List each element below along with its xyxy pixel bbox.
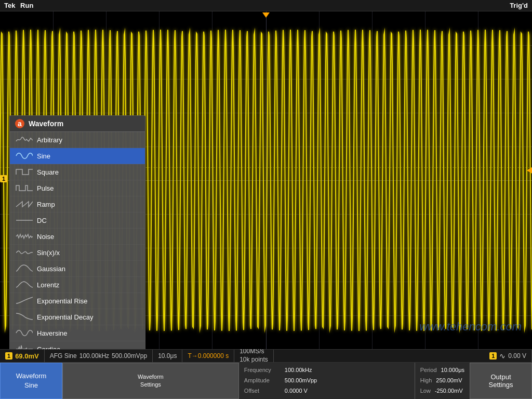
waveform-icon-sinc [15, 247, 33, 258]
time-segment: 10.0μs [153, 350, 182, 362]
menu-item-label-square: Square [37, 168, 59, 176]
menu-item-label-gaussian: Gaussian [37, 265, 65, 273]
waveform-icon-dc [15, 215, 33, 226]
freq-value: 100.00kHz [285, 365, 312, 376]
menu-item-square[interactable]: Square [10, 164, 145, 180]
waveform-icon-gaussian [15, 263, 33, 274]
waveform-menu-panel: a Waveform ArbitrarySineSquarePulseRampD… [9, 115, 145, 349]
low-label: Low [420, 386, 431, 396]
waveform-btn-line2: Sine [24, 381, 38, 390]
menu-item-label-cardiac: Cardiac [37, 345, 60, 350]
ch1-right-badge: 1 [489, 352, 497, 360]
trigger-time-segment: T→0.000000 s [182, 350, 234, 362]
menu-item-gaussian[interactable]: Gaussian [10, 261, 145, 277]
menu-item-label-sine: Sine [37, 152, 50, 160]
waveform-icon-exp_rise [15, 295, 33, 307]
low-value: -250.00mV [435, 386, 463, 396]
waveform-menu-title: Waveform [29, 119, 63, 128]
waveform-sine-button[interactable]: Waveform Sine [0, 363, 62, 399]
waveform-icon-square [15, 166, 33, 178]
amp-value: 500.00mVpp [285, 376, 317, 386]
brand-run: Tek Run [4, 2, 33, 9]
output-line2: Settings [489, 381, 513, 389]
menu-item-label-noise: Noise [37, 233, 54, 241]
afg-amp: 500.00mVpp [112, 352, 147, 360]
menu-item-exp_decay[interactable]: Exponential Decay [10, 309, 145, 325]
status-bar: 1 69.0mV AFG Sine 100.00kHz 500.00mVpp 1… [0, 349, 532, 363]
trigger-level-marker [527, 167, 532, 174]
menu-item-arbitrary[interactable]: Arbitrary [10, 132, 145, 148]
trigger-time: T→0.000000 s [188, 352, 229, 360]
menu-item-noise[interactable]: Noise [10, 229, 145, 245]
offset-value: 0.0000 V [285, 386, 308, 396]
period-label: Period [420, 365, 437, 376]
waveform-menu-items: ArbitrarySineSquarePulseRampDCNoiseSin(x… [10, 132, 145, 349]
trigger-arrow-top [262, 12, 270, 18]
amp-label: Amplitude [244, 376, 281, 386]
menu-item-label-arbitrary: Arbitrary [37, 136, 62, 144]
menu-item-label-exp_rise: Exponential Rise [37, 297, 88, 305]
offset-row: Offset 0.0000 V [244, 386, 409, 396]
waveform-icon-ramp [15, 198, 33, 210]
run-status: Run [20, 2, 33, 9]
menu-item-label-sinc: Sin(x)/x [37, 249, 60, 257]
high-label: High [420, 376, 432, 386]
output-line1: Output [490, 373, 511, 381]
waveform-settings-button[interactable]: Waveform Settings [62, 363, 239, 399]
ch1-voltage: 69.0mV [15, 352, 39, 360]
ch1-right-value: 0.00 V [508, 352, 526, 360]
menu-item-cardiac[interactable]: Cardiac [10, 341, 145, 349]
time-div: 10.0μs [158, 352, 177, 360]
sine-wave-icon: ∿ [499, 352, 506, 360]
menu-item-ramp[interactable]: Ramp [10, 196, 145, 212]
menu-item-dc[interactable]: DC [10, 212, 145, 229]
afg-params: Frequency 100.00kHz Amplitude 500.00mVpp… [239, 363, 415, 399]
afg-segment: AFG Sine 100.00kHz 500.00mVpp [45, 350, 153, 362]
brand-label: Tek [4, 2, 15, 9]
ch1-voltage-segment: 1 69.0mV [0, 350, 45, 362]
waveform-icon-noise [15, 231, 33, 242]
menu-item-pulse[interactable]: Pulse [10, 180, 145, 196]
amp-row: Amplitude 500.00mVpp [244, 376, 409, 386]
waveform-icon-haversine [15, 327, 33, 339]
period-value: 10.000μs [441, 365, 464, 376]
waveform-icon-arbitrary [15, 134, 33, 145]
waveform-icon-sine [15, 150, 33, 162]
waveform-icon-cardiac [15, 343, 33, 349]
waveform-header-icon: a [15, 119, 24, 128]
oscilloscope-screen: 1 a Waveform ArbitrarySineSquarePulseRam… [0, 11, 532, 349]
menu-item-sine[interactable]: Sine [10, 148, 145, 164]
period-section: Period 10.000μs High 250.00mV Low -250.0… [415, 363, 470, 399]
top-bar: Tek Run Trig'd [0, 0, 532, 11]
output-settings-button[interactable]: Output Settings [470, 363, 532, 399]
waveform-menu-header: a Waveform [10, 116, 145, 132]
menu-item-lorentz[interactable]: Lorentz [10, 277, 145, 293]
trig-status: Trig'd [510, 2, 528, 9]
menu-item-sinc[interactable]: Sin(x)/x [10, 245, 145, 261]
menu-item-label-dc: DC [37, 217, 47, 224]
waveform-icon-pulse [15, 182, 33, 194]
ch1-badge: 1 [5, 352, 12, 360]
low-row: Low -250.00mV [420, 386, 464, 396]
waveform-icon-exp_decay [15, 311, 33, 323]
menu-item-label-haversine: Haversine [37, 329, 68, 337]
waveform-settings-line1: Waveform [138, 373, 164, 381]
period-row: Period 10.000μs [420, 365, 464, 376]
offset-label: Offset [244, 386, 281, 396]
bottom-toolbar: Waveform Sine Waveform Settings Frequenc… [0, 363, 532, 399]
high-value: 250.00mV [436, 376, 462, 386]
waveform-settings-line2: Settings [140, 381, 161, 389]
menu-item-exp_rise[interactable]: Exponential Rise [10, 293, 145, 309]
waveform-btn-line1: Waveform [16, 371, 47, 381]
freq-row: Frequency 100.00kHz [244, 365, 409, 376]
menu-item-haversine[interactable]: Haversine [10, 325, 145, 341]
sample-rate-segment: 100MS/s 10k points [234, 350, 274, 362]
freq-label: Frequency [244, 365, 281, 376]
afg-label: AFG Sine [50, 352, 77, 360]
ch1-level-marker: 1 [0, 175, 7, 182]
menu-item-label-ramp: Ramp [37, 201, 55, 208]
afg-freq: 100.00kHz [79, 352, 109, 360]
high-row: High 250.00mV [420, 376, 464, 386]
menu-item-label-lorentz: Lorentz [37, 281, 59, 289]
menu-item-label-exp_decay: Exponential Decay [37, 313, 93, 321]
